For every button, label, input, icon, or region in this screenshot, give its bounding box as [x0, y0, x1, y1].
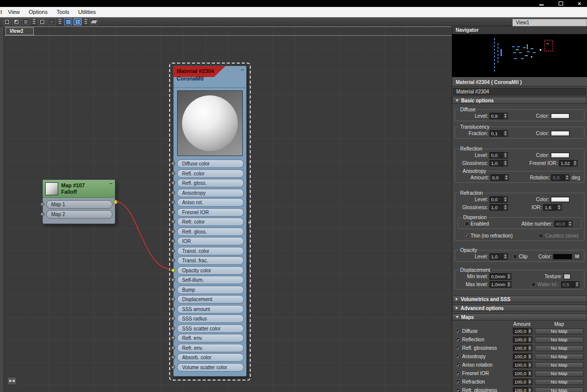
input-socket-icon[interactable] [171, 249, 175, 253]
spinner-down-icon[interactable] [574, 163, 576, 165]
slot-refr-gloss[interactable]: Refr. gloss. [177, 228, 244, 236]
input-socket-icon[interactable] [171, 258, 175, 262]
spinner-down-icon[interactable] [529, 340, 531, 341]
input-socket-icon[interactable] [171, 210, 175, 214]
anisotropy-amount-spinner[interactable]: 0,0 [490, 174, 509, 181]
spinner-arrows[interactable] [503, 160, 508, 166]
caustics-checkbox[interactable] [539, 234, 543, 238]
spinner-arrows[interactable] [504, 174, 509, 181]
spinner-up-icon[interactable] [574, 161, 576, 162]
slot-ior[interactable]: IOR [177, 237, 244, 245]
input-socket-icon[interactable] [40, 202, 44, 206]
spinner-down-icon[interactable] [529, 348, 531, 350]
input-socket-icon[interactable] [171, 307, 175, 311]
lock-icon[interactable] [7, 377, 17, 385]
diffuse-level-spinner[interactable]: 0,8 [489, 113, 508, 119]
spinner-down-icon[interactable] [566, 178, 568, 179]
opacity-level-spinner[interactable]: 1,0 [489, 253, 508, 260]
spinner-up-icon[interactable] [529, 329, 531, 331]
spinner-value[interactable]: 100,0 [513, 328, 528, 334]
falloff-thumbnail[interactable] [45, 182, 58, 195]
slot-refl-env[interactable]: Refl. env. [177, 334, 244, 342]
slot-sss-scatter-color[interactable]: SSS scatter color [177, 324, 244, 333]
spinner-value[interactable]: 1,6 [543, 204, 557, 211]
input-socket-icon[interactable] [171, 278, 175, 282]
input-socket-icon[interactable] [171, 191, 175, 195]
refraction-color-swatch[interactable] [551, 197, 570, 202]
spinner-arrows[interactable] [503, 196, 508, 203]
map-slot-button[interactable]: No Map [535, 345, 584, 351]
spinner-down-icon[interactable] [529, 382, 531, 384]
input-socket-icon[interactable] [171, 161, 175, 165]
spinner-value[interactable]: 0,0 [551, 174, 565, 181]
map-slot-button[interactable]: No Map [535, 371, 584, 377]
slot-bump[interactable]: Bump [177, 286, 244, 294]
spinner-arrows[interactable] [503, 113, 508, 119]
spinner-arrows[interactable] [528, 345, 532, 351]
spinner-down-icon[interactable] [504, 163, 506, 165]
map-checkbox[interactable]: ✓ [456, 388, 461, 392]
spinner-down-icon[interactable] [504, 200, 506, 201]
map-slot-button[interactable]: No Map [535, 328, 584, 334]
falloff-node-header[interactable]: Map #107 Falloff – [43, 180, 115, 198]
slot-aniso-rot[interactable]: Aniso rot. [177, 198, 244, 207]
slot-anisotropy[interactable]: Anisotropy [177, 189, 244, 197]
map-amount-spinner[interactable]: 100,0 [513, 328, 532, 334]
spinner-up-icon[interactable] [505, 175, 507, 177]
spinner-value[interactable]: 1,0mm [489, 281, 507, 288]
slot-refr-env[interactable]: Refr. env. [177, 344, 244, 352]
spinner-up-icon[interactable] [529, 380, 531, 382]
spinner-down-icon[interactable] [529, 365, 531, 367]
spinner-value[interactable]: 100,0 [513, 345, 528, 351]
spinner-arrows[interactable] [503, 152, 508, 158]
view-tab[interactable]: View1 [5, 27, 34, 35]
spinner-value[interactable]: 1,0 [489, 204, 503, 211]
fresnel-ior-spinner[interactable]: 1,52 [559, 160, 578, 166]
slot-map-2[interactable]: Map 2 [46, 210, 112, 219]
map-amount-spinner[interactable]: 100,0 [513, 336, 532, 343]
spinner-arrows[interactable] [528, 387, 532, 392]
material-name-field[interactable]: Material #2304 [453, 88, 586, 95]
input-socket-icon[interactable] [171, 355, 175, 359]
navigator-minimap[interactable] [452, 34, 587, 77]
spinner-arrows[interactable] [575, 281, 580, 288]
navigator-header[interactable]: Navigator [452, 26, 587, 34]
slot-diffuse-color[interactable]: Diffuse color [177, 159, 244, 168]
spinner-up-icon[interactable] [529, 355, 531, 356]
map-checkbox[interactable]: ✓ [456, 363, 461, 367]
falloff-node[interactable]: Map #107 Falloff – Map 1 Map 2 [42, 179, 115, 224]
spinner-arrows[interactable] [528, 336, 532, 343]
reflection-level-spinner[interactable]: 0,0 [489, 152, 508, 158]
slot-refl-gloss[interactable]: Refl. gloss. [177, 179, 244, 187]
toolbar-separator-handle[interactable] [33, 19, 35, 24]
map-checkbox[interactable]: ✓ [456, 337, 461, 342]
input-socket-icon[interactable] [171, 297, 175, 301]
spinner-value[interactable]: 100,0 [513, 387, 528, 392]
toolbar-separator-handle[interactable] [59, 19, 61, 24]
input-socket-icon[interactable] [171, 230, 175, 234]
slot-displacement[interactable]: Displacement [177, 295, 244, 304]
spinner-value[interactable]: 100,0 [513, 336, 528, 343]
spinner-arrows[interactable] [565, 174, 570, 181]
displacement-texture-swatch[interactable] [564, 274, 571, 279]
spinner-up-icon[interactable] [558, 205, 560, 207]
maximize-icon[interactable] [559, 1, 563, 5]
spinner-arrows[interactable] [507, 273, 511, 280]
map-slot-button[interactable]: No Map [535, 379, 584, 385]
spinner-value[interactable]: 0,5 [561, 281, 575, 288]
material-preview[interactable] [177, 90, 243, 156]
input-socket-icon[interactable] [171, 181, 175, 185]
spinner-down-icon[interactable] [576, 285, 578, 286]
close-icon[interactable]: × [578, 1, 581, 6]
eraser-icon[interactable] [90, 18, 98, 25]
refraction-level-spinner[interactable]: 0,0 [489, 196, 508, 203]
spinner-up-icon[interactable] [504, 205, 506, 207]
spinner-arrows[interactable] [503, 253, 508, 260]
slot-absorb-color[interactable]: Absorb. color [177, 353, 244, 362]
node-graph-canvas[interactable]: View1 Material #2304 CoronaMtl – Diffuse… [4, 26, 452, 392]
spinner-value[interactable]: 0,1 [489, 130, 503, 137]
map-slot-button[interactable]: No Map [535, 362, 584, 368]
spinner-value[interactable]: 100,0 [513, 379, 528, 385]
slot-opacity-color[interactable]: Opacity color [177, 266, 244, 275]
slot-transl-color[interactable]: Transl. color [177, 247, 244, 255]
